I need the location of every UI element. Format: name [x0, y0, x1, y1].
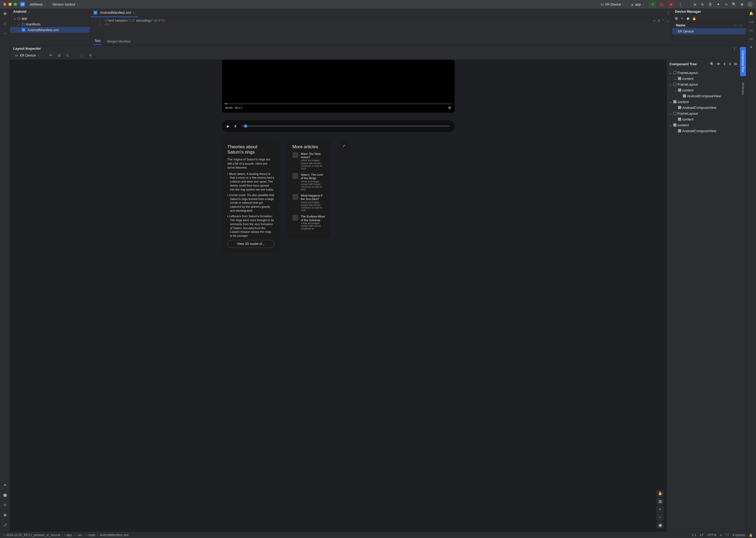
terminal-icon[interactable]: ▣ — [2, 512, 8, 517]
indent[interactable]: 4 spaces — [732, 533, 745, 537]
caret-up-icon[interactable]: ⌃ — [662, 19, 665, 23]
view-3d-button[interactable]: View 3D model of... — [227, 240, 274, 248]
li-device-selector[interactable]: ▭ XR Device ⌄ — [15, 53, 39, 57]
run-config-selector[interactable]: ▲ app ⌄ — [629, 1, 646, 7]
refresh-icon[interactable]: ⟲ — [87, 53, 93, 58]
notifications-icon[interactable]: 🔔 — [749, 11, 754, 16]
ai-icon[interactable]: ✦ — [749, 44, 754, 50]
side-tab-component-tree[interactable]: Component Tree — [740, 47, 746, 76]
component-tree-row[interactable]: ⌄FrameLayout — [667, 110, 746, 116]
breadcrumb-item[interactable]: AndroidManifest.xml — [100, 533, 129, 537]
li-more[interactable]: ⋮ — [733, 46, 736, 50]
component-tree-row[interactable]: AndroidComposeView — [667, 93, 746, 99]
rerun-button[interactable]: ⟲ — [649, 1, 656, 8]
expand-fab[interactable]: ⤢ — [338, 139, 350, 152]
gradle-icon[interactable]: ⟿ — [749, 19, 754, 24]
component-tree-row[interactable]: ⌄FrameLayout — [667, 81, 746, 87]
component-tree-row[interactable]: ⌄FrameLayout — [667, 70, 746, 76]
code-area[interactable]: <?xml version="1.0" encoding="utf-8"?> <… — [105, 18, 165, 38]
stop-button[interactable]: ■ — [667, 1, 674, 8]
tree-row[interactable]: ⌄ 🗀manifests — [10, 21, 90, 27]
caret-down-icon[interactable]: ⌄ — [667, 19, 669, 23]
pan-button[interactable]: ✋ — [657, 490, 664, 497]
collapse-icon[interactable]: ✕ — [728, 62, 731, 66]
component-tree-row[interactable]: ⌄content — [667, 99, 746, 105]
snapshot-icon[interactable]: ⎙ — [65, 53, 70, 58]
component-tree-row[interactable]: ⌄content — [667, 122, 746, 128]
select-icon[interactable]: ⬚ — [79, 53, 84, 58]
slider-thumb[interactable] — [244, 125, 247, 128]
close-tab-icon[interactable]: × — [133, 11, 135, 15]
article-item[interactable]: The Endless Allure of the UniverseArticl… — [292, 215, 325, 230]
running-devices-icon[interactable]: ▭ — [749, 36, 754, 41]
close-window[interactable] — [3, 3, 6, 6]
project-panel-header[interactable]: Android ⌄ — [10, 9, 90, 14]
component-tree-row[interactable]: AndroidComposeView — [667, 105, 746, 110]
component-tree-row[interactable]: content — [667, 116, 746, 122]
sub-tab-text[interactable]: Text — [93, 37, 101, 45]
zoom-fit-button[interactable]: ▣ — [657, 522, 664, 528]
play-icon[interactable]: ▶ — [227, 124, 229, 128]
readonly-icon[interactable]: ⎆ — [720, 533, 722, 537]
sub-tab-merged[interactable]: Merged Manifest — [106, 38, 131, 45]
avatar[interactable] — [747, 2, 753, 7]
shield-icon[interactable]: 🛡 — [726, 533, 729, 537]
component-tree-row[interactable]: ⌄content — [667, 76, 746, 81]
layouts-icon[interactable]: ☰ — [708, 2, 713, 7]
overlay-icon[interactable]: ⧉ — [57, 53, 62, 58]
profiler-icon[interactable]: ⤳ — [724, 2, 728, 7]
article-item[interactable]: Mars: Our Next Home?Article and images c… — [292, 152, 325, 170]
zoom-out-button[interactable]: − — [657, 514, 664, 520]
lock-icon[interactable]: 🔒 — [749, 533, 753, 537]
structure-tool-icon[interactable]: ⌂ — [2, 21, 8, 26]
project-dropdown[interactable]: JetNews ⌄ — [28, 1, 48, 7]
vcs-dropdown[interactable]: Version control ⌄ — [51, 1, 80, 7]
gear-icon[interactable]: ⚙ — [734, 62, 737, 66]
bug-icon[interactable]: ✦ — [716, 2, 721, 7]
tree-row[interactable]: MAndroidManifest.xml — [10, 27, 90, 33]
git-icon[interactable]: ⎇ — [2, 522, 8, 527]
audio-slider[interactable] — [241, 126, 450, 127]
editor-tab[interactable]: M AndroidManifest.xml × — [90, 9, 138, 17]
caret-pos[interactable]: 1:1 — [692, 533, 696, 537]
eye-icon[interactable]: 👁 — [48, 53, 53, 58]
grid-icon[interactable]: ⊞ — [675, 16, 678, 20]
project-tree[interactable]: ⌄ 🗀app⌄ 🗀manifestsMAndroidManifest.xml — [10, 14, 90, 34]
project-tool-icon[interactable]: ▣ — [2, 11, 8, 16]
component-tree-row[interactable]: ⌄content — [667, 87, 746, 93]
layers-button[interactable]: ▥ — [657, 498, 664, 505]
eye-icon[interactable]: 👁 — [717, 62, 720, 66]
breadcrumb-item[interactable]: ▫ src — [76, 533, 83, 537]
add-device-icon[interactable]: ＋ — [680, 16, 684, 21]
device-row[interactable]: XR Device — [672, 28, 746, 34]
android-tool-icon[interactable]: 🤖 — [2, 492, 8, 497]
expand-icon[interactable]: ⇕ — [723, 62, 726, 66]
problems-icon[interactable]: ⊘ — [2, 502, 8, 507]
article-item[interactable]: What Happens if the Sun Dies?Article and… — [292, 194, 325, 212]
sync-icon[interactable]: ↻ — [700, 2, 705, 7]
device-selector[interactable]: ▭ XR Device ⌄ — [599, 1, 626, 7]
side-tab-attributes[interactable]: Attributes — [740, 79, 746, 98]
gear-icon[interactable]: ⚙ — [448, 106, 451, 110]
line-ending[interactable]: LF — [700, 533, 704, 537]
more-tool-icon[interactable]: ⋯ — [2, 31, 8, 36]
breadcrumb-item[interactable]: ▫ app — [65, 533, 72, 537]
settings-icon[interactable]: ⚙ — [740, 2, 744, 7]
search-icon[interactable]: 🔍 — [732, 2, 736, 7]
debug-button[interactable]: 🐞 — [659, 2, 664, 7]
zoom-in-button[interactable]: ＋ — [657, 506, 664, 512]
wifi-icon[interactable]: ◉ — [686, 16, 689, 20]
layout-canvas[interactable]: 00:00 · 00:17 ⚙ ▶ ⏸ — [10, 60, 667, 532]
search-icon[interactable]: 🔍 — [710, 62, 714, 66]
more-actions[interactable]: ⋮ — [678, 2, 682, 7]
device-manager-icon[interactable]: ▭ — [749, 27, 754, 33]
component-tree[interactable]: ⌄FrameLayout⌄content⌄FrameLayout⌄content… — [667, 68, 746, 135]
minimize-window[interactable] — [9, 3, 12, 6]
tree-row[interactable]: ⌄ 🗀app — [10, 15, 90, 21]
breadcrumb[interactable]: □ 2024-12-05_RC11_jetnews_xr_source›▫ ap… — [3, 533, 129, 537]
breadcrumb-item[interactable]: □ 2024-12-05_RC11_jetnews_xr_source — [3, 533, 60, 537]
component-tree-row[interactable]: AndroidComposeView — [667, 128, 746, 134]
pause-icon[interactable]: ⏸ — [234, 124, 237, 128]
zoom-window[interactable] — [14, 3, 17, 6]
breadcrumb-item[interactable]: ▫ main — [87, 533, 95, 537]
